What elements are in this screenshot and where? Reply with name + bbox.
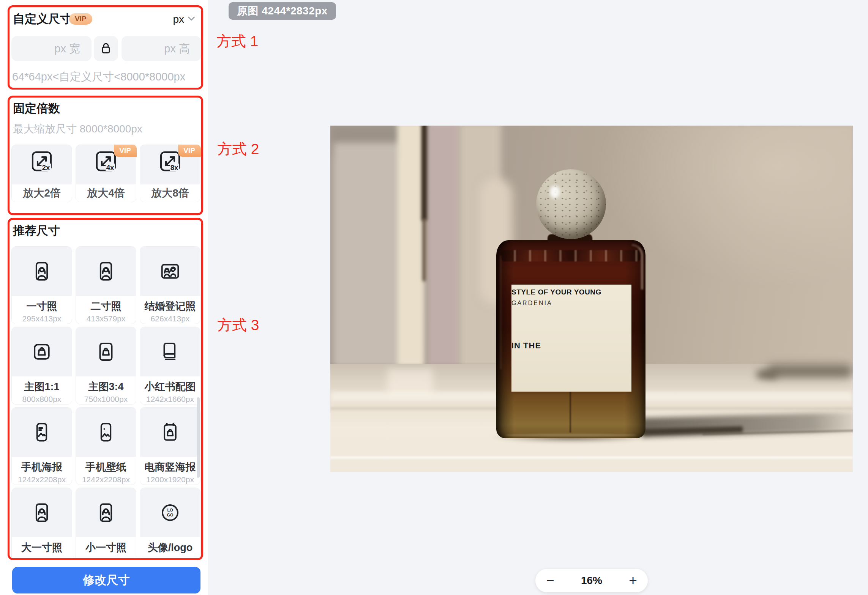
preset-card-6[interactable]: 小红书配图1242x1660px [140, 327, 200, 405]
photo-dark-slit [421, 126, 428, 220]
phone-poster-icon [12, 408, 72, 457]
annotation-method-1: 方式 1 [216, 31, 259, 52]
upscale-2x-card[interactable]: 2x放大2倍 [11, 145, 72, 202]
stone-cap-ball [536, 169, 606, 239]
preset-name: 小红书配图 [140, 380, 200, 394]
portrait-photo-icon [76, 247, 136, 296]
photo-table-edge [330, 456, 853, 459]
svg-text:4x: 4x [106, 164, 114, 172]
custom-size-title: 自定义尺寸 [13, 11, 72, 27]
bottle-highlight-left [500, 255, 502, 369]
max-scale-hint: 最大缩放尺寸 8000*8000px [13, 122, 142, 136]
product-portrait-icon [76, 327, 136, 376]
unit-value: px [173, 13, 184, 25]
bottle-sprayer-ring [501, 250, 641, 261]
lock-icon [98, 40, 114, 58]
size-range-hint: 64*64px<自定义尺寸<8000*8000px [12, 69, 185, 85]
fixed-multiplier-title: 固定倍数 [13, 101, 60, 116]
custom-size-panel: 自定义尺寸 VIP px 64*64px<自定义尺寸<8000*8000px [8, 5, 203, 90]
vip-corner-badge: VIP [178, 145, 201, 157]
label-line-2: STYLE OF YOUR YOUNG [511, 288, 601, 296]
preset-name: 主图3:4 [76, 380, 136, 394]
preset-size: 800x800px [12, 395, 72, 404]
image-resize-app: 自定义尺寸 VIP px 64*64px<自定义尺寸<8000*8000px [0, 0, 868, 595]
height-input[interactable] [122, 36, 201, 61]
original-size-tag: 原图 4244*2832px [229, 2, 336, 20]
stone-cap-highlight [550, 186, 560, 198]
perfume-bottle: IN THE STYLE OF YOUR YOUNG GARDENIA [496, 240, 645, 438]
preset-card-2[interactable]: 二寸照413x579px [76, 246, 136, 324]
svg-text:LO: LO [167, 508, 173, 512]
preset-name: 电商竖海报 [140, 460, 200, 474]
preset-size: 1200x1920px [140, 475, 200, 484]
aspect-lock-button[interactable] [94, 36, 118, 61]
upscale-4x-card[interactable]: VIP4x放大4倍 [76, 145, 136, 202]
preset-card-7[interactable]: 手机海报1242x2208px [11, 407, 72, 485]
product-square-icon [12, 327, 72, 376]
bottle-bottom-rim [505, 434, 637, 437]
svg-text:GO: GO [167, 513, 174, 517]
upscale-8x-card[interactable]: VIP8x放大8倍 [140, 145, 200, 202]
bottle-seam [570, 390, 571, 433]
book-icon [140, 327, 200, 376]
recommended-size-panel: 推荐尺寸 一寸照295x413px二寸照413x579px结婚登记照626x41… [8, 218, 203, 560]
preset-size: 1242x2208px [12, 475, 72, 484]
label-line-3: GARDENIA [511, 300, 552, 307]
zoom-in-button[interactable]: + [618, 569, 648, 592]
preset-card-1[interactable]: 一寸照295x413px [11, 246, 72, 324]
preset-name: 大一寸照 [12, 541, 72, 554]
preset-card-8[interactable]: 手机壁纸1242x2208px [76, 407, 136, 485]
svg-text:2x: 2x [42, 164, 50, 172]
preset-name: 头像/logo [140, 541, 200, 554]
blurred-object [767, 365, 853, 378]
preset-card-10[interactable]: 大一寸照 [11, 488, 72, 560]
preset-name: 小一寸照 [76, 541, 136, 554]
width-input[interactable] [11, 36, 92, 61]
photo-dark-slit-lower [423, 219, 426, 281]
zoom-control: − 16% + [535, 569, 648, 592]
chevron-down-icon [188, 16, 195, 23]
preset-name: 二寸照 [76, 299, 136, 313]
sidebar: 自定义尺寸 VIP px 64*64px<自定义尺寸<8000*8000px [0, 0, 208, 595]
portrait-photo-icon [12, 488, 72, 537]
preset-size: 413x579px [76, 314, 136, 323]
unit-dropdown[interactable]: px [173, 13, 195, 25]
vip-badge: VIP [69, 13, 92, 25]
recommended-size-title: 推荐尺寸 [13, 223, 60, 239]
panel-scrollbar[interactable] [197, 397, 200, 478]
fixed-multiplier-panel: 固定倍数 最大缩放尺寸 8000*8000px 2x放大2倍VIP4x放大4倍V… [8, 96, 203, 215]
canvas-area: 原图 4244*2832px 方式 1 方式 2 方式 3 [208, 0, 868, 595]
preset-name: 手机壁纸 [76, 460, 136, 474]
preset-name: 手机海报 [12, 460, 72, 474]
svg-text:8x: 8x [170, 164, 178, 172]
preset-card-3[interactable]: 结婚登记照626x413px [140, 246, 200, 324]
upscale-card-label: 放大2倍 [12, 184, 72, 202]
annotation-method-2: 方式 2 [217, 139, 259, 159]
phone-wallpaper-icon [76, 408, 136, 457]
preset-name: 主图1:1 [12, 380, 72, 394]
preset-name: 一寸照 [12, 299, 72, 313]
preset-card-12[interactable]: LOGO头像/logo [140, 488, 200, 560]
preview-image: IN THE STYLE OF YOUR YOUNG GARDENIA [330, 126, 853, 472]
upscale-card-label: 放大4倍 [76, 184, 136, 202]
blurred-object-2 [756, 370, 777, 379]
preset-card-9[interactable]: 电商竖海报1200x1920px [140, 407, 200, 485]
preset-card-5[interactable]: 主图3:4750x1000px [76, 327, 136, 405]
bottle-label: IN THE STYLE OF YOUR YOUNG GARDENIA [511, 285, 631, 392]
preset-size: 295x413px [12, 314, 72, 323]
zoom-out-button[interactable]: − [535, 569, 565, 592]
couple-photo-icon [140, 247, 200, 296]
preset-card-4[interactable]: 主图1:1800x800px [11, 327, 72, 405]
preset-size: 1242x2208px [76, 475, 136, 484]
preset-size: 1242x1660px [140, 395, 200, 404]
scale-2x-icon: 2x [12, 149, 72, 174]
preset-card-11[interactable]: 小一寸照 [76, 488, 136, 560]
preset-size: 750x1000px [76, 395, 136, 404]
apply-resize-button[interactable]: 修改尺寸 [12, 567, 200, 593]
preset-name: 结婚登记照 [140, 299, 200, 313]
preset-size: 626x413px [140, 314, 200, 323]
photo-door-panel [333, 143, 402, 370]
portrait-photo-icon [12, 247, 72, 296]
bottle-highlight-right [632, 244, 643, 290]
portrait-photo-icon [76, 488, 136, 537]
